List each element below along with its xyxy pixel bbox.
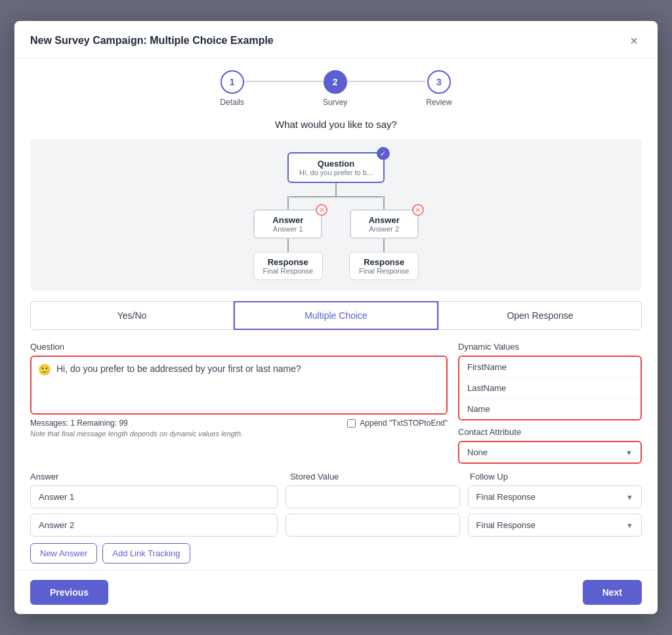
answer-input-1[interactable]: [30, 485, 278, 508]
add-link-tracking-button[interactable]: Add Link Tracking: [102, 543, 190, 563]
dynamic-values-label: Dynamic Values: [458, 342, 642, 352]
dynamic-values-col: Dynamic Values FirstName LastName Name C…: [458, 342, 642, 464]
answer-actions: New Answer Add Link Tracking: [30, 543, 642, 563]
question-emoji-icon: 🙂: [38, 363, 51, 376]
note-text: Note that final message length depends o…: [30, 430, 448, 438]
tree-root: ✓ Question Hi, do you prefer to b...: [287, 152, 385, 196]
step-label-3: Review: [426, 98, 452, 107]
dynamic-value-lastname[interactable]: LastName: [459, 378, 640, 399]
step-label-1: Details: [220, 98, 244, 107]
chevron-down-followup-2-icon: ▼: [626, 522, 633, 529]
previous-button[interactable]: Previous: [30, 580, 108, 605]
step-survey: 2 Survey: [323, 70, 347, 107]
response2-title: Response: [359, 257, 409, 267]
stored-col-label: Stored Value: [290, 472, 462, 481]
answer-input-2[interactable]: [30, 514, 278, 537]
connector-left-mid: [287, 239, 289, 252]
close-button[interactable]: ×: [626, 33, 642, 49]
contact-attr-value: None: [467, 447, 488, 457]
dynamic-value-name[interactable]: Name: [459, 399, 640, 419]
messages-row: Messages: 1 Remaining: 99 Append "TxtSTO…: [30, 419, 448, 428]
answer-col-label: Answer: [30, 472, 282, 481]
stored-input-2[interactable]: [285, 514, 459, 537]
answer1-sub: Answer 1: [264, 225, 312, 233]
response2-sub: Final Response: [359, 267, 409, 275]
question-input-wrapper[interactable]: 🙂 Hi, do you prefer to be addressed by y…: [30, 356, 448, 415]
question-dynamic-row: Question 🙂 Hi, do you prefer to be addre…: [30, 342, 642, 464]
step-details: 1 Details: [220, 70, 244, 107]
chevron-down-followup-1-icon: ▼: [626, 493, 633, 501]
messages-text: Messages: 1 Remaining: 99: [30, 419, 128, 428]
survey-type-tabs: Yes/No Multiple Choice Open Response: [30, 301, 642, 330]
append-checkbox[interactable]: [347, 419, 356, 428]
contact-attr-select[interactable]: None ▼: [458, 441, 642, 464]
stepper: 1 Details 2 Survey 3 Review: [14, 58, 658, 113]
answer-row-2: Final Response ▼: [30, 514, 642, 537]
step-line-1: [244, 81, 323, 82]
tab-open-response[interactable]: Open Response: [438, 301, 642, 330]
answer1-title: Answer: [264, 215, 312, 225]
answer2-sub: Answer 2: [360, 225, 408, 233]
close-answer-1-icon[interactable]: ✕: [316, 204, 327, 216]
question-field-label: Question: [30, 342, 448, 352]
connector-left-top: [287, 196, 289, 209]
modal-body: What would you like to say? ✓ Question H…: [14, 113, 658, 570]
new-answer-button[interactable]: New Answer: [30, 543, 97, 563]
response1-title: Response: [263, 257, 313, 267]
step-circle-1: 1: [220, 70, 244, 94]
branch-left: ✕ Answer Answer 1 Response Final Respons…: [253, 196, 323, 280]
contact-attr-label: Contact Attribute: [458, 427, 642, 437]
question-text: Hi, do you prefer to be addressed by you…: [56, 363, 440, 374]
question-node[interactable]: ✓ Question Hi, do you prefer to b...: [287, 152, 385, 183]
check-icon: ✓: [377, 147, 390, 160]
modal-title: New Survey Campaign: Multiple Choice Exa…: [30, 35, 274, 47]
question-col: Question 🙂 Hi, do you prefer to be addre…: [30, 342, 448, 464]
modal: New Survey Campaign: Multiple Choice Exa…: [14, 21, 658, 614]
followup-select-2[interactable]: Final Response ▼: [468, 514, 642, 537]
step-label-2: Survey: [323, 98, 347, 107]
question-node-title: Question: [299, 159, 373, 169]
followup-col-label: Follow Up: [470, 472, 642, 481]
response-node-1[interactable]: Response Final Response: [253, 252, 323, 280]
question-node-sub: Hi, do you prefer to b...: [299, 169, 373, 176]
answer-node-1[interactable]: ✕ Answer Answer 1: [253, 209, 322, 239]
modal-footer: Previous Next: [14, 570, 658, 614]
step-circle-2: 2: [324, 70, 347, 94]
diagram-area: ✓ Question Hi, do you prefer to b...: [30, 139, 642, 291]
append-label: Append "TxtSTOPtoEnd": [360, 419, 448, 428]
answer2-title: Answer: [360, 215, 408, 225]
step-line-2: [347, 81, 426, 82]
append-row: Append "TxtSTOPtoEnd": [347, 419, 448, 428]
tab-multiple-choice[interactable]: Multiple Choice: [234, 301, 438, 330]
next-button[interactable]: Next: [583, 580, 642, 605]
followup-value-2: Final Response: [476, 520, 536, 530]
tab-yes-no[interactable]: Yes/No: [30, 301, 234, 330]
stored-input-1[interactable]: [285, 485, 459, 508]
answers-labels-row: Answer Stored Value Follow Up: [30, 472, 642, 481]
followup-value-1: Final Response: [476, 492, 536, 502]
dynamic-value-firstname[interactable]: FirstName: [459, 357, 640, 378]
survey-tree: ✓ Question Hi, do you prefer to b...: [253, 152, 419, 280]
chevron-down-icon: ▼: [625, 449, 633, 457]
connector-right-mid: [383, 239, 385, 252]
step-review: 3 Review: [426, 70, 452, 107]
response1-sub: Final Response: [263, 267, 313, 275]
modal-header: New Survey Campaign: Multiple Choice Exa…: [14, 21, 658, 58]
followup-select-1[interactable]: Final Response ▼: [468, 485, 642, 508]
section-question: What would you like to say?: [30, 119, 642, 130]
close-answer-2-icon[interactable]: ✕: [412, 204, 424, 216]
connector-right-top: [383, 196, 385, 209]
step-circle-3: 3: [427, 70, 451, 94]
answers-section: Answer Stored Value Follow Up Final Resp…: [30, 472, 642, 563]
branch-right: ✕ Answer Answer 2 Response Final Respons…: [349, 196, 419, 280]
answer-node-2[interactable]: ✕ Answer Answer 2: [350, 209, 419, 239]
answer-row-1: Final Response ▼: [30, 485, 642, 508]
dynamic-values-box: FirstName LastName Name: [458, 356, 642, 420]
response-node-2[interactable]: Response Final Response: [349, 252, 419, 280]
connector-v-root: [335, 183, 337, 196]
